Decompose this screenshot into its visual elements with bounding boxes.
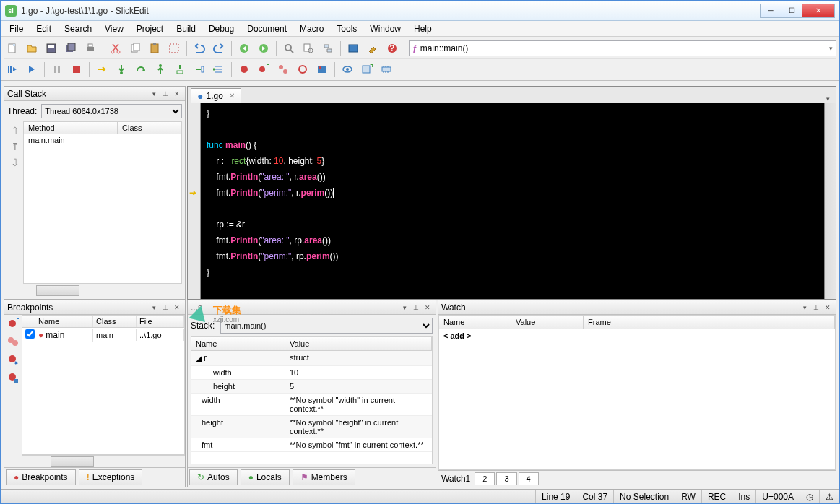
menu-search[interactable]: Search (59, 22, 98, 35)
disable-breakpoint-icon[interactable] (294, 61, 311, 78)
memory-icon[interactable] (378, 61, 395, 78)
watch-table[interactable]: Name Value Frame < add > (438, 315, 836, 470)
open-file-icon[interactable] (23, 40, 40, 57)
menu-window[interactable]: Window (364, 22, 407, 35)
find-in-files-icon[interactable] (300, 40, 317, 57)
pin-icon[interactable]: ⊥ (411, 303, 421, 313)
call-stack-table[interactable]: Method Class main.main (23, 121, 182, 284)
close-panel-icon[interactable]: ✕ (172, 89, 182, 99)
close-panel-icon[interactable]: ✕ (823, 303, 833, 313)
close-button[interactable]: ✕ (802, 4, 835, 18)
redo-icon[interactable] (210, 40, 228, 57)
up-frame-icon[interactable]: ⇧ (9, 124, 22, 137)
select-all-icon[interactable] (165, 40, 183, 57)
help-icon[interactable]: ? (384, 40, 401, 57)
symbol-combo[interactable]: ƒ main::main() ▾ (409, 40, 836, 56)
new-breakpoint-icon[interactable]: + (255, 61, 272, 78)
close-panel-icon[interactable]: ✕ (423, 303, 433, 313)
continue-icon[interactable] (23, 61, 40, 78)
pin-icon[interactable]: ⊥ (811, 303, 821, 313)
breakpoint-row[interactable]: ● main main ..\1.go (22, 328, 184, 342)
menu-document[interactable]: Document (241, 22, 293, 35)
thread-select[interactable]: Thread 6064.0x1738 (41, 104, 182, 118)
autos-table[interactable]: Name Value ◢ rstruct width10 height5 wid… (191, 336, 433, 464)
horizontal-scrollbar[interactable] (22, 455, 185, 467)
breakpoint-window-icon[interactable] (313, 61, 331, 78)
watch-icon[interactable] (339, 61, 356, 78)
menu-macro[interactable]: Macro (294, 22, 329, 35)
dropdown-icon[interactable]: ▾ (399, 303, 410, 313)
members-tab[interactable]: ⚑Members (293, 469, 355, 485)
menu-debug[interactable]: Debug (203, 22, 240, 35)
run-to-line-icon[interactable] (210, 61, 228, 78)
bp-pair-icon[interactable] (7, 336, 19, 349)
step-deep-icon[interactable] (171, 61, 189, 78)
menu-view[interactable]: View (99, 22, 129, 35)
breakpoints-tab[interactable]: ●Breakpoints (6, 469, 76, 485)
minimize-button[interactable]: ─ (760, 4, 781, 18)
top-frame-icon[interactable]: ⤒ (9, 140, 22, 153)
undo-icon[interactable] (191, 40, 208, 57)
stack-frame-row[interactable]: main.main (24, 134, 181, 146)
down-frame-icon[interactable]: ⇩ (9, 156, 22, 169)
add-breakpoint-icon[interactable]: + (7, 318, 19, 331)
code-editor[interactable]: ➔ } func main() { r := rect{width: 10, h… (188, 103, 824, 299)
close-panel-icon[interactable]: ✕ (172, 303, 182, 313)
pin-icon[interactable]: ⊥ (160, 303, 170, 313)
goto-breakpoint-icon[interactable] (7, 372, 19, 386)
add-watch-icon[interactable]: + (358, 61, 376, 78)
breakpoints-table[interactable]: Name Class File ● main main ..\1.go (22, 315, 185, 455)
menu-build[interactable]: Build (170, 22, 202, 35)
watch-tab-4[interactable]: 4 (519, 472, 539, 485)
dropdown-icon[interactable]: ▾ (149, 89, 159, 99)
maximize-button[interactable]: ☐ (781, 4, 802, 18)
forward-icon[interactable] (255, 40, 272, 57)
step-over-icon[interactable] (132, 61, 150, 78)
locals-tab[interactable]: ●Locals (241, 469, 290, 485)
pause-icon[interactable] (48, 61, 66, 78)
save-all-icon[interactable] (62, 40, 79, 57)
step-into-icon[interactable] (113, 61, 130, 78)
stack-select[interactable]: main.main() (220, 318, 433, 334)
cut-icon[interactable] (107, 40, 124, 57)
watch-add-row[interactable]: < add > (439, 329, 835, 342)
dropdown-icon[interactable]: ▾ (800, 303, 810, 313)
stop-icon[interactable] (68, 61, 85, 78)
breakpoint-enabled-checkbox[interactable] (25, 329, 35, 339)
paste-icon[interactable] (146, 40, 163, 57)
delete-breakpoint-icon[interactable] (7, 354, 19, 368)
step-out-icon[interactable] (152, 61, 169, 78)
toggle-breakpoint-icon[interactable] (235, 61, 253, 78)
find-icon[interactable] (280, 40, 298, 57)
breakpoints-list-icon[interactable] (274, 61, 292, 78)
watch-tab-3[interactable]: 3 (496, 472, 516, 485)
menu-project[interactable]: Project (131, 22, 169, 35)
menu-help[interactable]: Help (408, 22, 438, 35)
editor-tab-1go[interactable]: ● 1.go ✕ (191, 88, 241, 103)
vertical-scrollbar[interactable] (824, 103, 836, 299)
exceptions-tab[interactable]: !Exceptions (79, 469, 143, 485)
pin-icon[interactable]: ⊥ (160, 89, 170, 99)
close-tab-icon[interactable]: ✕ (229, 92, 235, 100)
status-warning-icon: ⚠ (819, 490, 839, 503)
menu-file[interactable]: File (4, 22, 29, 35)
run-to-cursor-icon[interactable] (191, 61, 208, 78)
dropdown-icon[interactable]: ▾ (149, 303, 159, 313)
autos-tab[interactable]: ↻Autos (189, 469, 238, 485)
watch-tab-2[interactable]: 2 (475, 472, 495, 485)
restart-debug-icon[interactable] (4, 61, 21, 78)
menu-tools[interactable]: Tools (331, 22, 363, 35)
new-file-icon[interactable] (4, 40, 21, 57)
menu-edit[interactable]: Edit (30, 22, 57, 35)
save-icon[interactable] (43, 40, 60, 57)
terminal-icon[interactable] (345, 40, 362, 57)
horizontal-scrollbar[interactable] (7, 284, 182, 296)
replace-icon[interactable] (319, 40, 337, 57)
print-icon[interactable] (82, 40, 99, 57)
back-icon[interactable] (235, 40, 253, 57)
config-icon[interactable] (364, 40, 381, 57)
tab-dropdown-icon[interactable]: ▾ (820, 95, 836, 103)
show-next-icon[interactable] (93, 61, 111, 78)
copy-icon[interactable] (126, 40, 144, 57)
symbol-combo-text: main::main() (420, 43, 469, 53)
